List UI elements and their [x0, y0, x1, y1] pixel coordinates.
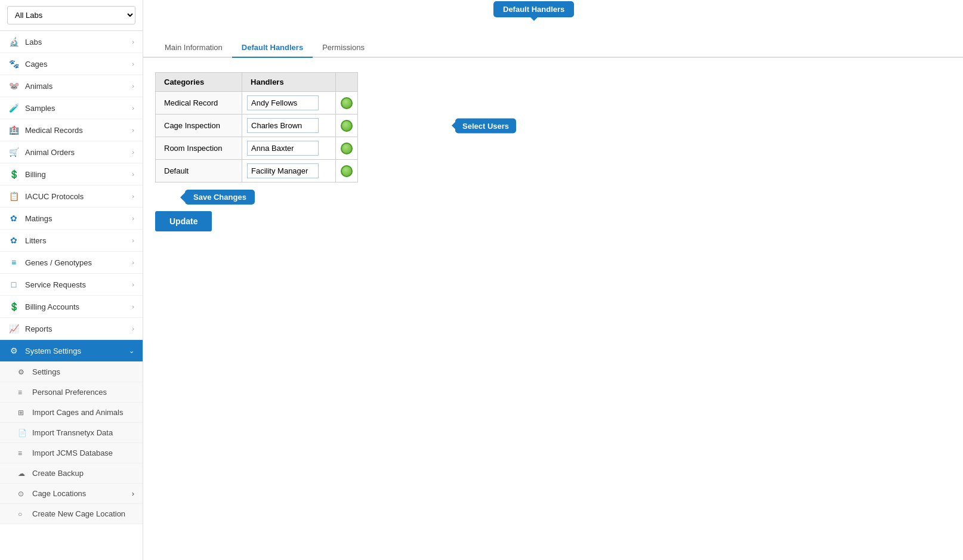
chevron-medical-records: ›	[132, 126, 134, 134]
sidebar-sub-item-personal-prefs[interactable]: ≡ Personal Preferences	[0, 382, 143, 403]
table-row: Room Inspection	[156, 137, 358, 160]
personal-prefs-label: Personal Preferences	[32, 388, 107, 397]
chevron-animals: ›	[132, 82, 134, 89]
service-requests-icon: □	[8, 280, 19, 289]
sidebar-label-billing-accounts: Billing Accounts	[25, 302, 79, 311]
sidebar-item-animals[interactable]: 🐭 Animals ›	[0, 75, 143, 97]
save-changes-tooltip: Save Changes	[185, 190, 255, 205]
import-cages-sub-icon: ⊞	[18, 409, 27, 417]
cage-locations-label: Cage Locations	[32, 489, 86, 498]
chevron-labs: ›	[132, 38, 134, 45]
sidebar-label-medical-records: Medical Records	[25, 126, 83, 135]
chevron-billing: ›	[132, 171, 134, 178]
handler-field-cage-inspection[interactable]	[247, 118, 319, 133]
sidebar-item-litters[interactable]: ✿ Litters ›	[0, 230, 143, 252]
tab-default-handlers[interactable]: Default Handlers	[232, 38, 313, 58]
import-jcms-sub-icon: ≡	[18, 449, 27, 457]
system-settings-submenu: ⚙ Settings ≡ Personal Preferences ⊞ Impo…	[0, 362, 143, 524]
sidebar-item-cages[interactable]: 🐾 Cages ›	[0, 53, 143, 75]
handler-input-cage-inspection	[242, 115, 336, 137]
chevron-reports: ›	[132, 325, 134, 332]
chevron-billing-accounts: ›	[132, 303, 134, 310]
handlers-table: Categories Handlers Medical Record	[155, 72, 358, 182]
handler-field-medical-record[interactable]	[247, 95, 319, 110]
settings-sub-icon: ⚙	[18, 368, 27, 376]
green-btn-cell-4	[336, 160, 358, 182]
sidebar-label-labs: Labs	[25, 38, 42, 47]
handler-field-default[interactable]	[247, 163, 319, 178]
import-transnetyx-sub-icon: 📄	[18, 429, 27, 437]
sidebar-item-matings[interactable]: ✿ Matings ›	[0, 208, 143, 230]
labs-icon: 🔬	[8, 37, 19, 47]
sidebar-item-samples[interactable]: 🧪 Samples ›	[0, 97, 143, 119]
reports-icon: 📈	[8, 324, 19, 333]
select-user-btn-3[interactable]	[341, 143, 353, 154]
handler-input-room-inspection	[242, 137, 336, 160]
sidebar-sub-item-create-cage-location[interactable]: ○ Create New Cage Location	[0, 504, 143, 524]
sidebar-item-service-requests[interactable]: □ Service Requests ›	[0, 274, 143, 296]
sidebar-item-genes[interactable]: ≡ Genes / Genotypes ›	[0, 252, 143, 274]
update-button[interactable]: Update	[155, 211, 212, 231]
animal-orders-icon: 🛒	[8, 147, 19, 157]
sidebar-label-litters: Litters	[25, 236, 46, 245]
table-row: Default	[156, 160, 358, 182]
sidebar-sub-item-import-cages[interactable]: ⊞ Import Cages and Animals	[0, 403, 143, 423]
tab-main-information[interactable]: Main Information	[155, 38, 232, 58]
tab-permissions[interactable]: Permissions	[313, 38, 374, 58]
select-user-btn-2[interactable]	[341, 120, 353, 132]
settings-label: Settings	[32, 367, 60, 376]
sidebar-label-matings: Matings	[25, 214, 53, 223]
sidebar-sub-item-settings[interactable]: ⚙ Settings	[0, 362, 143, 382]
cage-locations-sub-icon: ⊙	[18, 490, 27, 498]
sidebar-sub-item-create-backup[interactable]: ☁ Create Backup	[0, 463, 143, 484]
sidebar-sub-item-cage-locations[interactable]: ⊙ Cage Locations ›	[0, 484, 143, 504]
select-user-btn-1[interactable]	[341, 97, 353, 109]
chevron-animal-orders: ›	[132, 148, 134, 156]
col-header-handlers: Handlers	[242, 73, 336, 92]
category-room-inspection: Room Inspection	[156, 137, 242, 160]
import-jcms-label: Import JCMS Database	[32, 448, 113, 457]
green-btn-cell-1	[336, 92, 358, 115]
sidebar: All Labs 🔬 Labs › 🐾 Cages › 🐭 Animals › …	[0, 0, 143, 560]
sidebar-item-reports[interactable]: 📈 Reports ›	[0, 318, 143, 340]
sidebar-label-system-settings: System Settings	[25, 346, 81, 355]
sidebar-label-cages: Cages	[25, 60, 48, 69]
table-row: Medical Record	[156, 92, 358, 115]
update-area: Update Save Changes	[155, 197, 212, 231]
sidebar-item-iacuc[interactable]: 📋 IACUC Protocols ›	[0, 185, 143, 208]
sidebar-label-animal-orders: Animal Orders	[25, 148, 75, 157]
sidebar-item-system-settings[interactable]: ⚙ System Settings ⌄	[0, 340, 143, 362]
sidebar-item-billing[interactable]: 💲 Billing ›	[0, 163, 143, 185]
litters-icon: ✿	[8, 236, 19, 245]
chevron-samples: ›	[132, 104, 134, 112]
category-cage-inspection: Cage Inspection	[156, 115, 242, 137]
sidebar-label-reports: Reports	[25, 324, 53, 333]
tabs-bar: Main Information Default Handlers Permis…	[143, 29, 963, 58]
sidebar-sub-item-import-jcms[interactable]: ≡ Import JCMS Database	[0, 443, 143, 463]
select-user-btn-4[interactable]	[341, 165, 353, 177]
col-header-categories: Categories	[156, 73, 242, 92]
system-settings-icon: ⚙	[8, 346, 19, 355]
lab-dropdown[interactable]: All Labs	[7, 6, 135, 24]
medical-records-icon: 🏥	[8, 125, 19, 135]
sidebar-item-labs[interactable]: 🔬 Labs ›	[0, 31, 143, 53]
sidebar-sub-item-import-transnetyx[interactable]: 📄 Import Transnetyx Data	[0, 423, 143, 443]
create-backup-label: Create Backup	[32, 469, 84, 478]
chevron-system-settings: ⌄	[129, 347, 134, 355]
sidebar-item-medical-records[interactable]: 🏥 Medical Records ›	[0, 119, 143, 141]
sidebar-item-billing-accounts[interactable]: 💲 Billing Accounts ›	[0, 296, 143, 318]
sidebar-label-genes: Genes / Genotypes	[25, 258, 92, 267]
sidebar-label-service-requests: Service Requests	[25, 280, 86, 289]
handler-field-room-inspection[interactable]	[247, 141, 319, 156]
import-transnetyx-label: Import Transnetyx Data	[32, 428, 113, 437]
sidebar-top: All Labs	[0, 0, 143, 31]
chevron-service-requests: ›	[132, 281, 134, 288]
billing-accounts-icon: 💲	[8, 302, 19, 311]
chevron-litters: ›	[132, 237, 134, 244]
import-cages-label: Import Cages and Animals	[32, 408, 123, 417]
category-medical-record: Medical Record	[156, 92, 242, 115]
green-btn-cell-2: Select Users	[336, 115, 358, 137]
sidebar-item-animal-orders[interactable]: 🛒 Animal Orders ›	[0, 141, 143, 163]
sidebar-label-billing: Billing	[25, 170, 46, 179]
default-handlers-tooltip: Default Handlers	[493, 1, 574, 17]
